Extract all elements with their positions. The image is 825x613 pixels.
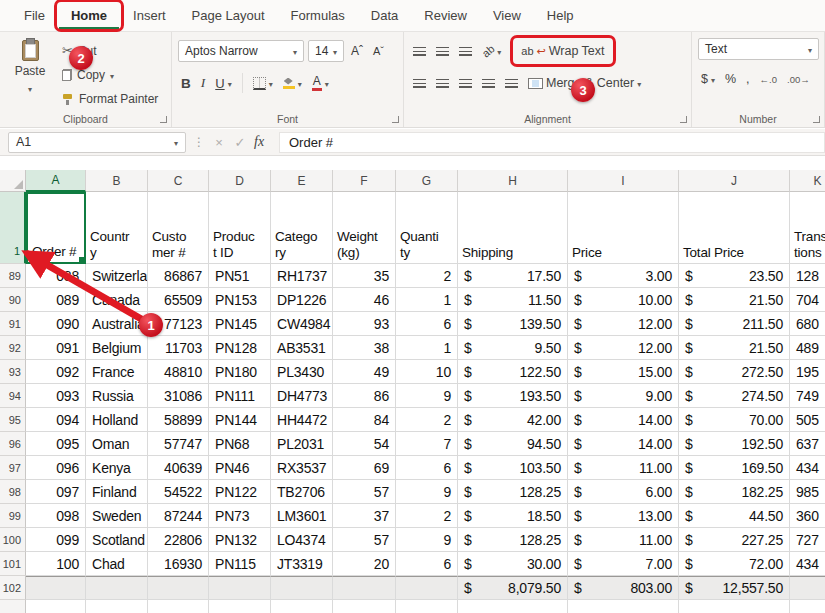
cell-G95[interactable]: 2 (396, 408, 458, 432)
cell-J99[interactable]: $44.50 (679, 504, 790, 528)
cell-J94[interactable]: $274.50 (679, 384, 790, 408)
tab-help[interactable]: Help (535, 1, 586, 30)
cell-H95[interactable]: $42.00 (458, 408, 568, 432)
cell-J89[interactable]: $23.50 (679, 264, 790, 288)
cell-A92[interactable]: 091 (26, 336, 86, 360)
accounting-format-button[interactable]: $ (698, 67, 718, 91)
row-header-97[interactable]: 97 (0, 456, 26, 480)
cell-E1[interactable]: Catego ry (271, 192, 333, 264)
cell-J1[interactable]: Total Price (679, 192, 790, 264)
cell-E90[interactable]: DP1226 (271, 288, 333, 312)
row-header-1[interactable]: 1 (0, 192, 26, 264)
cell-F97[interactable]: 69 (333, 456, 396, 480)
column-header-J[interactable]: J (679, 170, 790, 192)
cell-D92[interactable]: PN128 (209, 336, 271, 360)
clipboard-dialog-launcher-icon[interactable] (160, 116, 167, 123)
align-center-button[interactable] (433, 71, 452, 95)
cell-C94[interactable]: 31086 (148, 384, 209, 408)
cell-F91[interactable]: 93 (333, 312, 396, 336)
cell-B96[interactable]: Oman (86, 432, 148, 456)
cell-D96[interactable]: PN68 (209, 432, 271, 456)
cell-C100[interactable]: 22806 (148, 528, 209, 552)
cell-C102[interactable] (148, 576, 209, 600)
cell-D1[interactable]: Produc t ID (209, 192, 271, 264)
cell-I102[interactable]: $803.00 (568, 576, 679, 600)
cell-F99[interactable]: 37 (333, 504, 396, 528)
cell-F100[interactable]: 57 (333, 528, 396, 552)
row-header-94[interactable]: 94 (0, 384, 26, 408)
cell-I1[interactable]: Price (568, 192, 679, 264)
cell-E91[interactable]: CW4984 (271, 312, 333, 336)
cell-D95[interactable]: PN144 (209, 408, 271, 432)
cell-G99[interactable]: 2 (396, 504, 458, 528)
cell-C97[interactable]: 40639 (148, 456, 209, 480)
cell-H102[interactable]: $8,079.50 (458, 576, 568, 600)
cell-B93[interactable]: France (86, 360, 148, 384)
empty-cell[interactable] (271, 600, 333, 613)
cell-I98[interactable]: $6.00 (568, 480, 679, 504)
cell-A96[interactable]: 095 (26, 432, 86, 456)
cell-H89[interactable]: $17.50 (458, 264, 568, 288)
cell-K97[interactable]: 434 (790, 456, 825, 480)
cell-H91[interactable]: $139.50 (458, 312, 568, 336)
cell-C95[interactable]: 58899 (148, 408, 209, 432)
empty-cell[interactable] (396, 600, 458, 613)
cell-I94[interactable]: $9.00 (568, 384, 679, 408)
row-header-next[interactable] (0, 600, 26, 613)
cell-C89[interactable]: 86867 (148, 264, 209, 288)
cell-K101[interactable]: 434 (790, 552, 825, 576)
empty-cell[interactable] (86, 600, 148, 613)
increase-decimal-button[interactable]: ←.0 (757, 67, 780, 91)
cell-B91[interactable]: Australia (86, 312, 148, 336)
tab-view[interactable]: View (481, 1, 533, 30)
cell-C92[interactable]: 11703 (148, 336, 209, 360)
font-size-select[interactable]: 14 (308, 40, 344, 62)
cell-D90[interactable]: PN153 (209, 288, 271, 312)
cell-E95[interactable]: HH4472 (271, 408, 333, 432)
cell-C91[interactable]: 77123 (148, 312, 209, 336)
name-box[interactable]: A1 (8, 132, 186, 153)
cell-E94[interactable]: DH4773 (271, 384, 333, 408)
cell-B99[interactable]: Sweden (86, 504, 148, 528)
cell-J90[interactable]: $21.50 (679, 288, 790, 312)
cell-A95[interactable]: 094 (26, 408, 86, 432)
select-all-corner[interactable] (0, 170, 26, 192)
row-header-100[interactable]: 100 (0, 528, 26, 552)
bold-button[interactable]: B (178, 71, 194, 95)
cell-H100[interactable]: $128.25 (458, 528, 568, 552)
formula-input[interactable]: Order # (279, 132, 825, 153)
orientation-button[interactable] (479, 39, 504, 63)
align-left-button[interactable] (410, 71, 429, 95)
cell-G100[interactable]: 9 (396, 528, 458, 552)
cell-I100[interactable]: $11.00 (568, 528, 679, 552)
cell-G102[interactable] (396, 576, 458, 600)
cell-F92[interactable]: 38 (333, 336, 396, 360)
font-name-select[interactable]: Aptos Narrow (178, 40, 304, 62)
align-right-button[interactable] (456, 71, 475, 95)
column-header-G[interactable]: G (396, 170, 458, 192)
cell-F89[interactable]: 35 (333, 264, 396, 288)
row-header-101[interactable]: 101 (0, 552, 26, 576)
cell-A1[interactable]: Order # (26, 192, 86, 264)
cell-B1[interactable]: Countr y (86, 192, 148, 264)
cell-J92[interactable]: $21.50 (679, 336, 790, 360)
alignment-dialog-launcher-icon[interactable] (680, 116, 687, 123)
row-header-90[interactable]: 90 (0, 288, 26, 312)
cell-D98[interactable]: PN122 (209, 480, 271, 504)
row-header-96[interactable]: 96 (0, 432, 26, 456)
cell-C96[interactable]: 57747 (148, 432, 209, 456)
empty-cell[interactable] (568, 600, 679, 613)
decrease-font-size-button[interactable] (370, 39, 387, 63)
cell-E97[interactable]: RX3537 (271, 456, 333, 480)
name-box-resizer[interactable]: ⋮ (193, 135, 205, 149)
empty-cell[interactable] (333, 600, 396, 613)
cell-C1[interactable]: Custo mer # (148, 192, 209, 264)
row-header-98[interactable]: 98 (0, 480, 26, 504)
cell-J98[interactable]: $182.25 (679, 480, 790, 504)
cell-G94[interactable]: 9 (396, 384, 458, 408)
decrease-decimal-button[interactable]: .00→ (784, 67, 813, 91)
tab-file[interactable]: File (12, 1, 57, 30)
italic-button[interactable]: I (198, 71, 209, 95)
cell-G89[interactable]: 2 (396, 264, 458, 288)
merge-center-button[interactable]: Merge & Center (525, 71, 644, 95)
